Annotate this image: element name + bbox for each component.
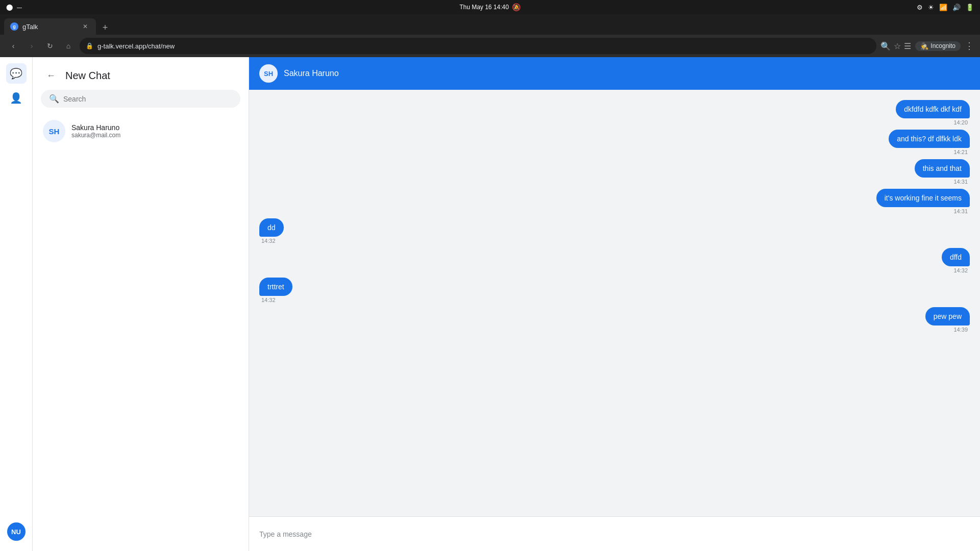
contacts-icon: 👤 bbox=[10, 92, 22, 104]
tab-favicon: g bbox=[10, 22, 18, 31]
forward-nav-button[interactable]: › bbox=[24, 39, 39, 53]
search-input[interactable] bbox=[63, 95, 232, 103]
url-display: g-talk.vercel.app/chat/new bbox=[97, 42, 175, 50]
new-tab-button[interactable]: + bbox=[98, 20, 112, 35]
search-icon: 🔍 bbox=[49, 94, 59, 104]
message-row: it's working fine it seems14:31 bbox=[259, 189, 970, 214]
incognito-label: Incognito bbox=[930, 42, 955, 49]
message-time: 14:32 bbox=[259, 238, 278, 244]
nav-contacts-button[interactable]: 👤 bbox=[6, 88, 27, 108]
browser-tab[interactable]: g gTalk ✕ bbox=[4, 18, 96, 35]
message-input[interactable] bbox=[259, 530, 970, 538]
incognito-badge: 🕵 Incognito bbox=[915, 41, 961, 51]
message-time: 14:32 bbox=[259, 297, 278, 303]
os-bar-center: Thu May 16 14:40 🔕 bbox=[459, 3, 521, 11]
os-dash: — bbox=[17, 5, 22, 10]
message-bubble: dd bbox=[259, 218, 284, 237]
address-bar[interactable]: 🔒 g-talk.vercel.app/chat/new bbox=[80, 38, 876, 54]
message-bubble: dkfdfd kdfk dkf kdf bbox=[896, 100, 970, 118]
chat-header-avatar: SH bbox=[259, 64, 278, 83]
panel-title: New Chat bbox=[65, 70, 110, 82]
message-row: pew pew14:39 bbox=[259, 307, 970, 333]
contact-email: sakura@mail.com bbox=[71, 132, 120, 139]
messages-container: dkfdfd kdfk dkf kdf14:20and this? df dlf… bbox=[249, 90, 980, 516]
battery-icon: 🔋 bbox=[966, 4, 974, 11]
back-nav-button[interactable]: ‹ bbox=[6, 39, 20, 53]
contact-name: Sakura Haruno bbox=[71, 123, 120, 132]
contacts-header: ← New Chat bbox=[33, 57, 249, 90]
message-time: 14:21 bbox=[951, 149, 970, 155]
reload-button[interactable]: ↻ bbox=[43, 39, 57, 53]
volume-icon[interactable]: 🔊 bbox=[952, 4, 961, 11]
message-row: dkfdfd kdfk dkf kdf14:20 bbox=[259, 100, 970, 126]
message-row: and this? df dlfkk ldk14:21 bbox=[259, 130, 970, 155]
bookmark-icon[interactable]: ☆ bbox=[894, 41, 901, 51]
os-bar-right: ⚙ ☀ 📶 🔊 🔋 bbox=[917, 4, 974, 11]
message-row: this and that14:31 bbox=[259, 159, 970, 185]
nav-chat-button[interactable]: 💬 bbox=[6, 63, 27, 84]
tab-label: gTalk bbox=[22, 23, 38, 31]
browser-chrome: g gTalk ✕ + ‹ › ↻ ⌂ 🔒 g-talk.vercel.app/… bbox=[0, 14, 980, 57]
chat-header-name: Sakura Haruno bbox=[284, 69, 339, 78]
os-dot: ⬤ bbox=[6, 4, 13, 11]
message-row: dd14:32 bbox=[259, 218, 970, 244]
brightness-icon[interactable]: ☀ bbox=[928, 4, 934, 11]
back-icon: ← bbox=[46, 70, 56, 81]
contact-initials: SH bbox=[49, 127, 60, 136]
contact-avatar: SH bbox=[43, 120, 65, 142]
message-time: 14:39 bbox=[951, 327, 970, 333]
message-time: 14:20 bbox=[951, 119, 970, 126]
message-bubble: it's working fine it seems bbox=[876, 189, 970, 207]
os-datetime: Thu May 16 14:40 bbox=[459, 4, 509, 11]
home-button[interactable]: ⌂ bbox=[61, 39, 76, 53]
search-icon[interactable]: 🔍 bbox=[880, 41, 891, 51]
contact-item[interactable]: SH Sakura Haruno sakura@mail.com bbox=[33, 114, 249, 148]
tab-bar: g gTalk ✕ + bbox=[0, 14, 980, 35]
chat-icon: 💬 bbox=[10, 67, 22, 80]
browser-menu-button[interactable]: ⋮ bbox=[965, 40, 974, 52]
avatar-initials: NU bbox=[11, 528, 21, 536]
contacts-panel: ← New Chat 🔍 SH Sakura Haruno sakura@mai… bbox=[33, 57, 249, 551]
browser-toolbar-icons: 🔍 ☆ ☰ bbox=[880, 41, 911, 51]
message-bubble: and this? df dlfkk ldk bbox=[889, 130, 970, 148]
lock-icon: 🔒 bbox=[86, 42, 93, 49]
message-row: trttret14:32 bbox=[259, 278, 970, 303]
chat-area: SH Sakura Haruno dkfdfd kdfk dkf kdf14:2… bbox=[249, 57, 980, 551]
chat-header: SH Sakura Haruno bbox=[249, 57, 980, 90]
sidebar-nav: 💬 👤 NU bbox=[0, 57, 33, 551]
chat-avatar-initials: SH bbox=[264, 70, 273, 78]
incognito-icon: 🕵 bbox=[920, 42, 928, 50]
wifi-icon: 📶 bbox=[939, 4, 947, 11]
reader-icon[interactable]: ☰ bbox=[904, 41, 911, 51]
message-bubble: trttret bbox=[259, 278, 292, 296]
message-bubble: dffd bbox=[942, 248, 970, 266]
search-box[interactable]: 🔍 bbox=[41, 90, 240, 108]
back-button[interactable]: ← bbox=[43, 67, 59, 84]
notification-icon: 🔕 bbox=[512, 3, 521, 11]
message-time: 14:31 bbox=[951, 179, 970, 185]
os-bar: ⬤ — Thu May 16 14:40 🔕 ⚙ ☀ 📶 🔊 🔋 bbox=[0, 0, 980, 14]
os-bar-left: ⬤ — bbox=[6, 4, 22, 11]
message-input-bar bbox=[249, 516, 980, 551]
message-time: 14:32 bbox=[951, 267, 970, 273]
tab-close-button[interactable]: ✕ bbox=[81, 22, 90, 31]
app-container: 💬 👤 NU ← New Chat 🔍 SH Sakura Haruno sa bbox=[0, 57, 980, 551]
message-bubble: this and that bbox=[915, 159, 970, 178]
address-bar-row: ‹ › ↻ ⌂ 🔒 g-talk.vercel.app/chat/new 🔍 ☆… bbox=[0, 35, 980, 57]
message-time: 14:31 bbox=[951, 208, 970, 214]
user-avatar[interactable]: NU bbox=[7, 522, 26, 541]
message-bubble: pew pew bbox=[925, 307, 970, 325]
contact-info: Sakura Haruno sakura@mail.com bbox=[71, 123, 120, 139]
message-row: dffd14:32 bbox=[259, 248, 970, 273]
settings-icon[interactable]: ⚙ bbox=[917, 4, 923, 11]
